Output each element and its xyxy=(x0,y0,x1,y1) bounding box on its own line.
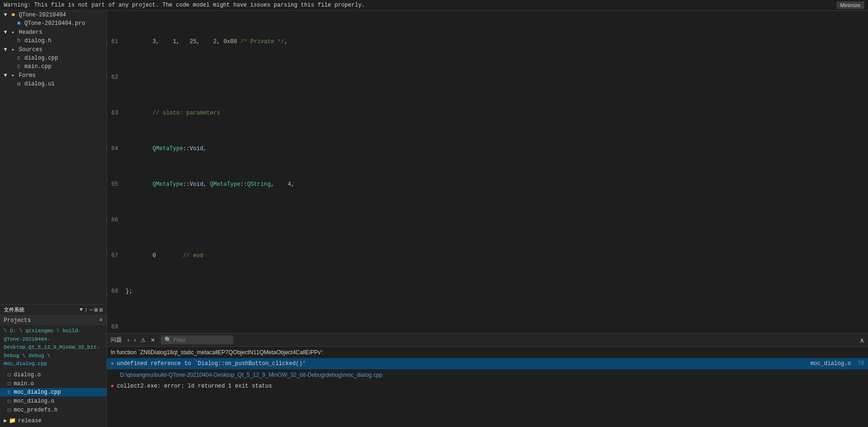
problem-path-1: D:\qtxiangmu\build-QTone-20210404-Deskto… xyxy=(107,369,868,381)
filesystem-panel: 文件系统 ▼ ↕ ↔ ⊞ ⊟ Projects × \ D: \ qtxiang… xyxy=(0,304,106,427)
sources-arrow: ▼ xyxy=(4,46,9,53)
release-icon: 📁 xyxy=(9,417,16,424)
file-name-moc-predefs-h: moc_predefs.h xyxy=(14,407,58,413)
line-num-62: 62 xyxy=(111,73,126,82)
fs-icon-3[interactable]: ↔ xyxy=(90,307,93,313)
problems-error-filter[interactable]: ✕ xyxy=(149,336,157,344)
sidebar-bottom: ▶ 📁 release xyxy=(0,414,106,427)
sidebar-item-sources[interactable]: ▼ ▸ Sources xyxy=(0,45,106,54)
warning-message: This file is not part of any project. Th… xyxy=(34,2,365,8)
file-name-moc-dialog-o: moc_dialog.o xyxy=(14,398,54,404)
code-line-68: 68 }; xyxy=(111,287,864,296)
path-text: \ D: \ qtxiangmu \ build-QTone-20210404-… xyxy=(4,328,100,366)
file-item-main-o[interactable]: ☐ main.o xyxy=(0,379,106,388)
file-checkbox-moc-o: ☐ xyxy=(7,397,11,404)
fs-icon-5[interactable]: ⊟ xyxy=(99,307,103,313)
code-line-65: 65 QMetaType::Void, QMetaType::QString, … xyxy=(111,180,864,189)
error-icon-1: ● xyxy=(111,359,114,368)
sidebar-item-project[interactable]: ▼ ■ QTone-20210404 xyxy=(0,11,106,19)
problems-filter[interactable]: 🔍 xyxy=(161,336,233,344)
project-icon: ■ xyxy=(9,12,17,18)
problems-toolbar: 问题 ‹ › ⚠ ✕ 🔍 ∧ xyxy=(107,334,868,347)
sidebar-item-dialog-h[interactable]: h dialog.h xyxy=(0,37,106,45)
problem-row-1[interactable]: ● undefined reference to `Dialog::on_pus… xyxy=(107,358,868,369)
fs-icon-4[interactable]: ⊞ xyxy=(95,307,98,313)
file-name-main-o: main.o xyxy=(14,381,34,387)
headers-arrow: ▼ xyxy=(4,29,9,36)
problems-nav-next[interactable]: › xyxy=(132,336,138,344)
sources-folder-icon: ▸ xyxy=(9,46,17,53)
editor-area: 61 3, 1, 25, 2, 0x08 /* Private */, 62 6… xyxy=(107,11,868,427)
problem-row-2[interactable]: ● collect2.exe: error: ld returned 1 exi… xyxy=(107,381,868,392)
main-cpp-icon: c xyxy=(15,63,22,70)
projects-header: Projects × xyxy=(0,316,106,325)
problems-title: 问题 xyxy=(111,336,122,344)
problem-line-1: 76 xyxy=(858,359,864,368)
project-arrow: ▼ xyxy=(4,12,9,18)
projects-close-button[interactable]: × xyxy=(99,317,103,324)
fs-icon-1[interactable]: ▼ xyxy=(80,307,83,313)
forms-folder-icon: ▸ xyxy=(9,72,17,79)
pro-file-icon: ■ xyxy=(15,20,22,27)
sources-label: Sources xyxy=(19,46,42,53)
sidebar-item-main-cpp[interactable]: c main.cpp xyxy=(0,62,106,71)
problem-text-2: collect2.exe: error: ld returned 1 exit … xyxy=(117,382,864,390)
filesystem-toolbar: ▼ ↕ ↔ ⊞ ⊟ xyxy=(80,307,103,313)
file-checkbox-main-o: ☐ xyxy=(7,380,11,387)
minimize-button[interactable]: Minimize xyxy=(837,1,864,9)
file-item-moc-dialog-o[interactable]: ☐ moc_dialog.o xyxy=(0,396,106,405)
sidebar-item-pro-file[interactable]: ■ QTone-20210404.pro xyxy=(0,19,106,28)
file-item-dialog-o[interactable]: ☐ dialog.o xyxy=(0,370,106,379)
dialog-cpp-name: dialog.cpp xyxy=(24,55,58,61)
file-checkbox-dialog-o: ☐ xyxy=(7,371,11,378)
warning-label: Warning: xyxy=(4,2,31,8)
problem-description-text: In function `ZN6Dialog18qt_static_metaca… xyxy=(111,348,323,357)
filter-icon: 🔍 xyxy=(165,336,172,343)
fs-icon-2[interactable]: ↕ xyxy=(85,307,88,313)
sidebar-item-dialog-cpp[interactable]: c dialog.cpp xyxy=(0,54,106,62)
problem-text-1: undefined reference to `Dialog::on_pushB… xyxy=(117,359,808,368)
problems-nav-prev[interactable]: ‹ xyxy=(126,336,131,344)
error-icon-2: ● xyxy=(111,382,114,390)
code-line-67: 67 0 // eod xyxy=(111,252,864,260)
line-num-69: 69 xyxy=(111,323,126,332)
problem-file-1: moc_dialog.o xyxy=(810,359,851,368)
warning-text: Warning: This file is not part of any pr… xyxy=(4,2,365,8)
file-name-dialog-o: dialog.o xyxy=(14,372,41,378)
headers-folder-icon: ▸ xyxy=(9,29,17,36)
problems-nav: ‹ › ⚠ ✕ xyxy=(126,336,157,344)
projects-label: Projects xyxy=(4,317,31,324)
code-line-64: 64 QMetaType::Void, xyxy=(111,145,864,153)
main-cpp-name: main.cpp xyxy=(24,63,52,70)
dialog-h-name: dialog.h xyxy=(24,38,52,44)
problems-warning-filter[interactable]: ⚠ xyxy=(139,336,148,344)
forms-arrow: ▼ xyxy=(4,72,9,79)
line-num-66: 66 xyxy=(111,216,126,225)
filesystem-header: 文件系统 ▼ ↕ ↔ ⊞ ⊟ xyxy=(0,305,106,316)
file-item-moc-dialog-cpp[interactable]: c moc_dialog.cpp xyxy=(0,388,106,396)
code-line-66: 66 xyxy=(111,216,864,225)
problems-filter-input[interactable] xyxy=(173,337,230,343)
warning-bar: Warning: This file is not part of any pr… xyxy=(0,0,868,11)
sidebar-item-dialog-ui[interactable]: u dialog.ui xyxy=(0,80,106,88)
sidebar-item-headers[interactable]: ▼ ▸ Headers xyxy=(0,28,106,37)
code-line-62: 62 xyxy=(111,73,864,82)
code-line-63: 63 // slots: parameters xyxy=(111,109,864,118)
file-item-moc-predefs-h[interactable]: ☐ moc_predefs.h xyxy=(0,405,106,414)
problem-path-text-1: D:\qtxiangmu\build-QTone-20210404-Deskto… xyxy=(120,371,382,379)
line-num-61: 61 xyxy=(111,38,126,46)
release-label: release xyxy=(18,418,41,424)
dialog-ui-name: dialog.ui xyxy=(24,81,55,87)
code-content: 61 3, 1, 25, 2, 0x08 /* Private */, 62 6… xyxy=(107,11,868,333)
release-arrow: ▶ xyxy=(4,417,7,424)
sidebar-item-forms[interactable]: ▼ ▸ Forms xyxy=(0,71,106,80)
filesystem-label: 文件系统 xyxy=(4,306,24,313)
code-editor[interactable]: 61 3, 1, 25, 2, 0x08 /* Private */, 62 6… xyxy=(107,11,868,333)
file-path: \ D: \ qtxiangmu \ build-QTone-20210404-… xyxy=(0,325,106,370)
code-line-69: 69 xyxy=(111,323,864,332)
sidebar-item-release[interactable]: ▶ 📁 release xyxy=(4,416,103,425)
problems-panel: 问题 ‹ › ⚠ ✕ 🔍 ∧ In function `ZN6Dialog18q… xyxy=(107,333,868,427)
project-tree: ▼ ■ QTone-20210404 ■ QTone-20210404.pro … xyxy=(0,11,106,304)
pro-file-name: QTone-20210404.pro xyxy=(24,20,85,27)
problems-close-button[interactable]: ∧ xyxy=(860,336,864,344)
